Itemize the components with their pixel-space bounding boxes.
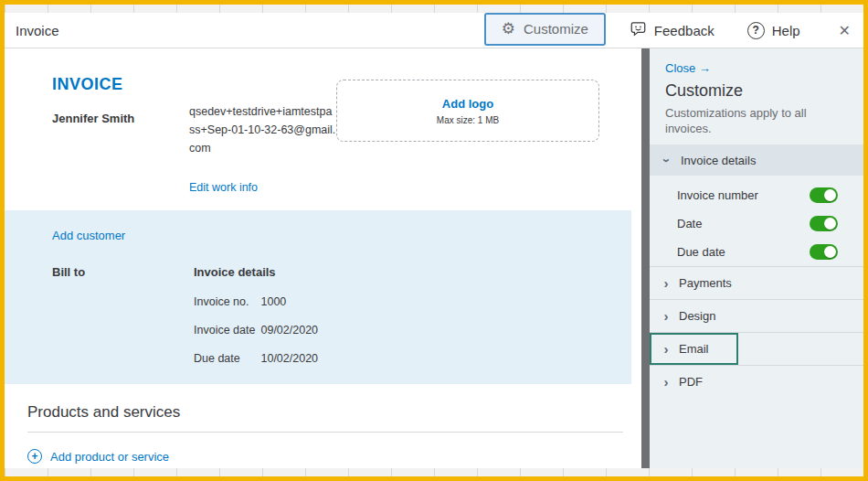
- invoice-number-row: Invoice no. 1000: [194, 295, 286, 308]
- app-window: Invoice ⚙ Customize Feedback ? Help ✕ IN…: [0, 0, 868, 481]
- logo-size-hint: Max size: 1 MB: [437, 115, 499, 125]
- toggle-invoice-number[interactable]: [810, 187, 838, 203]
- close-icon[interactable]: ✕: [839, 22, 851, 39]
- scrollbar[interactable]: [641, 48, 650, 468]
- business-name: Jennifer Smith: [52, 112, 134, 125]
- section-invoice-details[interactable]: › Invoice details: [650, 144, 863, 176]
- invoice-date-label: Invoice date: [194, 324, 258, 337]
- bill-to-label: Bill to: [52, 265, 85, 279]
- plus-icon: +: [27, 449, 42, 464]
- invoice-details-heading: Invoice details: [194, 265, 276, 279]
- products-divider: [27, 432, 623, 433]
- panel-close-link[interactable]: Close →: [665, 61, 863, 75]
- page-title: Invoice: [16, 23, 484, 38]
- section-design[interactable]: › Design: [650, 300, 863, 332]
- due-date-row: Due date 10/02/2020: [194, 352, 318, 365]
- add-logo-dropzone[interactable]: Add logo Max size: 1 MB: [336, 80, 599, 142]
- add-logo-label: Add logo: [442, 97, 493, 111]
- invoice-date-row: Invoice date 09/02/2020: [194, 324, 318, 337]
- business-email: qsedev+testdrive+iamtestpass+Sep-01-10-3…: [189, 102, 337, 157]
- customize-button[interactable]: ⚙ Customize: [484, 13, 606, 46]
- add-product-label: Add product or service: [50, 450, 169, 464]
- header-bar: Invoice ⚙ Customize Feedback ? Help ✕: [5, 13, 863, 48]
- feedback-button-label: Feedback: [654, 23, 715, 38]
- toggle-knob: [824, 189, 836, 201]
- section-payments-label: Payments: [679, 276, 732, 290]
- gear-icon: ⚙: [502, 21, 515, 37]
- section-email-label: Email: [679, 342, 709, 356]
- chevron-right-icon: ›: [662, 342, 671, 356]
- panel-subtitle: Customizations apply to all invoices.: [665, 105, 848, 136]
- toggle-row-due-date: Due date: [650, 238, 863, 266]
- section-pdf-label: PDF: [679, 375, 703, 389]
- toggle-date[interactable]: [810, 216, 838, 231]
- chevron-down-icon: ›: [661, 155, 674, 165]
- toggle-due-date[interactable]: [810, 244, 838, 260]
- toggle-due-date-label: Due date: [677, 245, 725, 259]
- due-date-value: 10/02/2020: [260, 352, 318, 365]
- edit-work-info-link[interactable]: Edit work info: [189, 181, 258, 194]
- toggle-date-label: Date: [677, 217, 702, 230]
- section-pdf[interactable]: › PDF: [650, 366, 863, 398]
- panel-title: Customize: [665, 81, 863, 102]
- products-services-heading: Products and services: [27, 403, 180, 422]
- help-button[interactable]: ? Help: [747, 22, 800, 39]
- invoice-editor: INVOICE Jennifer Smith qsedev+testdrive+…: [5, 48, 641, 468]
- due-date-label: Due date: [194, 352, 258, 365]
- toggle-knob: [824, 218, 836, 230]
- invoice-number-label: Invoice no.: [194, 295, 258, 308]
- customize-panel: Close → Customize Customizations apply t…: [650, 48, 863, 468]
- section-design-label: Design: [679, 309, 715, 323]
- help-icon: ?: [747, 22, 765, 39]
- chevron-right-icon: ›: [662, 309, 671, 323]
- feedback-icon: [630, 20, 647, 41]
- email-highlight-box: › Email: [650, 333, 738, 365]
- add-customer-link[interactable]: Add customer: [52, 229, 125, 242]
- customize-button-label: Customize: [524, 21, 588, 37]
- toggle-list: Invoice number Date Due date: [650, 181, 863, 266]
- chevron-right-icon: ›: [662, 375, 671, 389]
- section-invoice-details-label: Invoice details: [681, 154, 756, 167]
- help-button-label: Help: [772, 23, 800, 38]
- invoice-heading: INVOICE: [52, 75, 123, 94]
- section-email[interactable]: › Email: [651, 335, 736, 363]
- add-product-link[interactable]: + Add product or service: [27, 449, 169, 464]
- invoice-number-value: 1000: [260, 295, 286, 308]
- toggle-row-invoice-number: Invoice number: [650, 181, 863, 209]
- background-spreadsheet-grid-top: [5, 5, 863, 13]
- feedback-button[interactable]: Feedback: [630, 20, 715, 41]
- toggle-knob: [824, 246, 836, 258]
- toggle-row-date: Date: [650, 209, 863, 238]
- section-payments[interactable]: › Payments: [650, 267, 863, 299]
- invoice-date-value: 09/02/2020: [260, 324, 318, 337]
- background-spreadsheet-grid-bottom: [5, 468, 863, 476]
- chevron-right-icon: ›: [662, 276, 671, 290]
- billing-section: Add customer Bill to Invoice details Inv…: [5, 210, 631, 384]
- toggle-invoice-number-label: Invoice number: [677, 188, 758, 202]
